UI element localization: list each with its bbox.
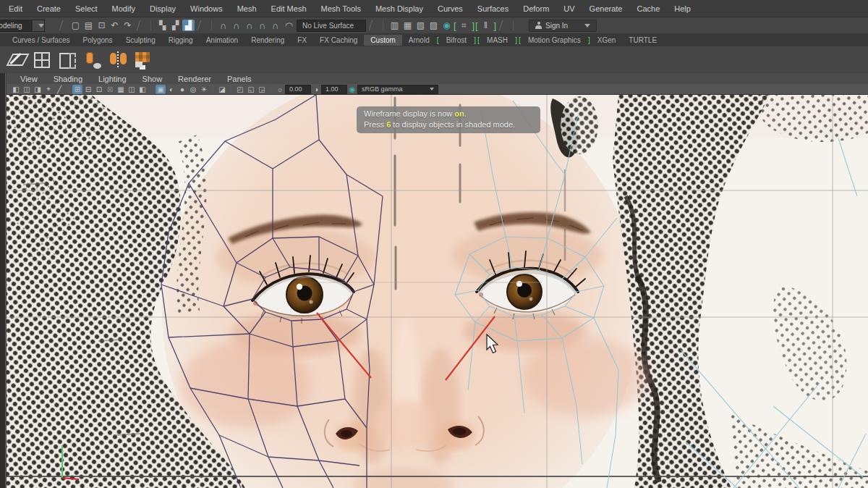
camera-attributes-icon[interactable]: ◨ bbox=[33, 85, 43, 94]
panel-menu-item[interactable]: Panels bbox=[219, 75, 260, 83]
hypershade-icon[interactable]: ◉ bbox=[441, 20, 453, 31]
redo-icon[interactable]: ↷ bbox=[122, 20, 134, 31]
menu-item[interactable]: Display bbox=[142, 4, 183, 13]
grid-shelf-icon[interactable] bbox=[33, 51, 51, 70]
select-object-icon[interactable]: ▞ bbox=[169, 20, 182, 31]
make-live-icon[interactable]: ◠ bbox=[283, 20, 295, 31]
resolution-gate-icon[interactable]: ⊡ bbox=[94, 85, 104, 94]
menu-item[interactable]: Select bbox=[68, 4, 105, 13]
menu-item[interactable]: Surfaces bbox=[470, 4, 516, 13]
shelf-tab[interactable]: XGen bbox=[591, 35, 623, 46]
menu-item[interactable]: Mesh Tools bbox=[314, 4, 368, 13]
chevron-down-icon[interactable] bbox=[584, 24, 590, 28]
render-settings-icon[interactable]: ▨ bbox=[427, 20, 440, 31]
live-surface-field[interactable]: No Live Surface bbox=[297, 20, 366, 32]
character-controls-icon[interactable]: ‖ bbox=[480, 20, 492, 31]
panel-menu-item[interactable]: Shading bbox=[46, 75, 90, 83]
shelf-tab[interactable]: FX Caching bbox=[313, 35, 364, 46]
modeling-toolkit-icon[interactable]: ⌗ bbox=[458, 20, 470, 31]
render-frame-icon[interactable]: ▦ bbox=[401, 20, 414, 31]
shelf-tab[interactable]: Bifrost bbox=[440, 35, 473, 46]
color-space-dropdown[interactable]: sRGB gamma bbox=[357, 85, 438, 94]
snap-to-projected-center-icon[interactable]: ∩ bbox=[256, 20, 268, 31]
contrast-icon[interactable]: ◑ bbox=[311, 85, 321, 94]
lattice-shelf-icon[interactable] bbox=[134, 51, 153, 70]
exposure-field[interactable]: 0.00 bbox=[285, 85, 311, 94]
grease-pencil-icon[interactable]: ╱ bbox=[54, 85, 64, 94]
menu-set-dropdown[interactable]: Modeling bbox=[0, 20, 45, 32]
shelf-tab[interactable]: Rigging bbox=[162, 35, 200, 46]
menu-item[interactable]: UV bbox=[556, 4, 582, 13]
shelf-tab[interactable]: Custom bbox=[364, 35, 401, 46]
shelf-tab[interactable]: FX bbox=[291, 35, 313, 46]
menu-item[interactable]: Curves bbox=[430, 4, 470, 13]
snap-to-curves-icon[interactable]: ∩ bbox=[230, 20, 242, 31]
contrast-field[interactable]: 1.00 bbox=[321, 85, 347, 94]
shelf-tab[interactable]: Polygons bbox=[76, 35, 119, 46]
wireframe-on-shaded-icon[interactable]: ◲ bbox=[257, 85, 267, 94]
snap-to-points-icon[interactable]: ∩ bbox=[243, 20, 255, 31]
shadows-icon[interactable]: ● bbox=[177, 85, 187, 94]
menu-item[interactable]: Modify bbox=[105, 4, 142, 13]
field-chart-icon[interactable]: ▦ bbox=[116, 85, 126, 94]
shelf-tab[interactable]: TURTLE bbox=[622, 35, 663, 46]
ipr-render-icon[interactable]: ▧ bbox=[414, 20, 427, 31]
chevron-down-icon[interactable] bbox=[430, 88, 434, 91]
shelf-tab[interactable]: Rendering bbox=[244, 35, 291, 46]
exposure-icon[interactable]: ☼ bbox=[275, 85, 285, 94]
xray-joints-icon[interactable]: ◱ bbox=[246, 85, 256, 94]
shelf-tab[interactable]: Arnold bbox=[402, 35, 436, 46]
safe-title-icon[interactable]: ◧ bbox=[137, 85, 148, 94]
menu-item[interactable]: Generate bbox=[582, 4, 630, 13]
sign-in-button[interactable]: Sign In bbox=[529, 20, 597, 32]
panel-menu-item[interactable]: Renderer bbox=[170, 75, 219, 83]
shelf-tab[interactable]: Motion Graphics bbox=[522, 35, 587, 46]
viewport-canvas[interactable] bbox=[7, 95, 868, 488]
panel-menu-item[interactable]: Show bbox=[135, 75, 171, 83]
xray-icon[interactable]: ◰ bbox=[235, 85, 245, 94]
camera-bookmark-icon[interactable]: ◫ bbox=[22, 85, 32, 94]
gate-mask-icon[interactable]: ⊠ bbox=[105, 85, 115, 94]
lighting-toggle-icon[interactable]: ◐ bbox=[166, 85, 176, 94]
select-component-icon[interactable]: ▟ bbox=[182, 20, 195, 31]
menu-item[interactable]: Mesh bbox=[230, 4, 264, 13]
panel-menu-item[interactable]: View bbox=[12, 75, 46, 83]
menu-item[interactable]: Deform bbox=[516, 4, 556, 13]
snap-to-view-planes-icon[interactable]: ∩ bbox=[269, 20, 281, 31]
shelf-tab[interactable]: Animation bbox=[200, 35, 244, 46]
render-view-icon[interactable]: ▥ bbox=[388, 20, 401, 31]
file-save-icon[interactable]: ⊡ bbox=[95, 20, 108, 31]
grid-toggle-icon[interactable]: ⊞ bbox=[72, 85, 82, 94]
shelf-tab[interactable]: MASH bbox=[480, 35, 514, 46]
motion-blur-icon[interactable]: ☀ bbox=[199, 85, 209, 94]
select-hierarchy-icon[interactable]: ▚ bbox=[156, 20, 169, 31]
mirror-geometry-shelf-icon[interactable] bbox=[58, 51, 77, 70]
isolate-select-icon[interactable]: ◪ bbox=[217, 85, 227, 94]
ssao-icon[interactable]: ◎ bbox=[188, 85, 198, 94]
menu-item[interactable]: Edit bbox=[1, 4, 30, 13]
shelf-tab[interactable]: Curves / Surfaces bbox=[6, 35, 76, 46]
separate-shelf-icon[interactable] bbox=[109, 51, 127, 70]
snap-to-grids-icon[interactable]: ∩ bbox=[217, 20, 229, 31]
select-camera-icon[interactable]: ◧ bbox=[11, 85, 21, 94]
menu-item[interactable]: Windows bbox=[183, 4, 230, 13]
file-open-icon[interactable]: ▤ bbox=[82, 20, 95, 31]
default-material-icon[interactable]: ▣ bbox=[156, 85, 166, 94]
color-management-icon[interactable]: ◉ bbox=[347, 85, 357, 94]
film-gate-icon[interactable]: ⊟ bbox=[83, 85, 93, 94]
quad-draw-shelf-icon[interactable] bbox=[7, 51, 26, 70]
chevron-down-icon[interactable] bbox=[33, 20, 44, 31]
shelf-tab[interactable]: Sculpting bbox=[119, 35, 162, 46]
menu-item[interactable]: Mesh Display bbox=[368, 4, 430, 13]
menu-item[interactable]: Help bbox=[667, 4, 698, 13]
undo-icon[interactable]: ↶ bbox=[109, 20, 121, 31]
safe-action-icon[interactable]: ◫ bbox=[127, 85, 137, 94]
panel-menu-item[interactable]: Lighting bbox=[90, 75, 135, 83]
pin-camera-icon[interactable]: ⌖ bbox=[43, 85, 54, 94]
file-new-icon[interactable]: ▢ bbox=[69, 20, 82, 31]
combine-shelf-icon[interactable] bbox=[83, 51, 102, 70]
menu-item[interactable]: Cache bbox=[629, 4, 667, 13]
menu-item[interactable]: Edit Mesh bbox=[264, 4, 314, 13]
viewport[interactable]: Wireframe display is now on. Press 6 to … bbox=[7, 95, 868, 488]
menu-item[interactable]: Create bbox=[30, 4, 68, 13]
